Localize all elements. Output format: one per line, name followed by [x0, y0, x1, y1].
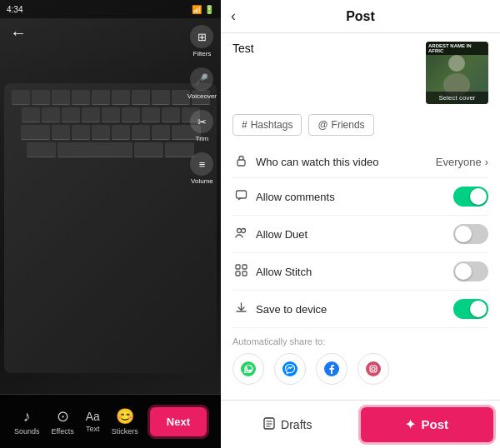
who-can-watch-value: Everyone › — [436, 156, 488, 168]
key — [52, 90, 70, 105]
lock-icon — [232, 154, 249, 169]
key — [112, 90, 130, 105]
hashtag-icon: # — [242, 119, 248, 131]
bottom-toolbar: ♪ Sounds ⊙ Effects Aa Text 😊 Stickers Ne… — [0, 394, 221, 448]
key — [112, 125, 130, 140]
post-sparkle-icon: ✦ — [405, 417, 416, 432]
stickers-label: Stickers — [112, 427, 138, 436]
stickers-button[interactable]: 😊 Stickers — [112, 407, 138, 436]
who-can-watch-row[interactable]: Who can watch this video Everyone › — [232, 146, 488, 178]
trim-label: Trim — [196, 135, 209, 142]
allow-duet-label: Allow Duet — [256, 228, 308, 241]
chevron-icon: › — [485, 156, 488, 168]
filters-tool[interactable]: ⊞ Filters — [190, 25, 213, 57]
svg-rect-6 — [236, 265, 240, 269]
save-to-device-label: Save to device — [256, 303, 327, 316]
key — [72, 90, 90, 105]
key — [82, 107, 100, 122]
left-panel: 4:34 📶 🔋 ← — [0, 0, 221, 448]
allow-duet-row: Allow Duet — [232, 216, 488, 253]
filters-icon: ⊞ — [190, 25, 213, 48]
allow-stitch-left: Allow Stitch — [232, 264, 312, 279]
header-back-button[interactable]: ‹ — [231, 7, 236, 25]
next-button[interactable]: Next — [150, 407, 207, 436]
thumbnail-container[interactable]: ARDEST NAME IN AFRIC Select cover — [426, 42, 488, 104]
video-content — [4, 83, 217, 373]
voiceover-tool[interactable]: 🎤 Voiceover — [188, 67, 217, 100]
whatsapp-share-button[interactable] — [232, 353, 264, 385]
key — [134, 142, 163, 157]
allow-duet-toggle[interactable] — [453, 224, 488, 244]
instagram-share-button[interactable] — [358, 353, 389, 385]
at-icon: @ — [318, 119, 328, 131]
save-icon — [232, 301, 249, 316]
back-arrow-icon[interactable]: ← — [10, 23, 27, 42]
key — [12, 90, 30, 105]
stitch-icon — [232, 264, 249, 279]
key — [132, 125, 150, 140]
allow-stitch-row: Allow Stitch — [232, 253, 488, 291]
effects-button[interactable]: ⊙ Effects — [51, 407, 73, 436]
stickers-icon: 😊 — [116, 407, 134, 426]
save-to-device-left: Save to device — [232, 301, 327, 316]
post-button[interactable]: ✦ Post — [361, 407, 494, 442]
hashtags-button[interactable]: # Hashtags — [232, 114, 302, 136]
save-to-device-toggle[interactable] — [453, 299, 488, 319]
text-button[interactable]: Aa Text — [86, 410, 100, 433]
toggle-thumb — [470, 188, 487, 205]
video-title[interactable]: Test — [232, 42, 426, 55]
share-label: Automatically share to: — [232, 336, 488, 346]
svg-point-4 — [237, 229, 241, 233]
drafts-button[interactable]: Drafts — [221, 401, 354, 448]
text-icon: Aa — [86, 410, 100, 423]
volume-icon: ≡ — [190, 152, 213, 176]
trim-icon: ✂ — [190, 110, 213, 133]
friends-button[interactable]: @ Friends — [308, 114, 373, 136]
select-cover-button[interactable]: Select cover — [426, 92, 488, 104]
svg-point-10 — [241, 361, 256, 376]
key — [21, 125, 50, 140]
allow-comments-label: Allow comments — [256, 191, 335, 203]
tags-row: # Hashtags @ Friends — [232, 114, 488, 136]
post-btn-container: ✦ Post — [354, 401, 501, 449]
key — [52, 125, 70, 140]
key — [142, 107, 160, 122]
key — [102, 107, 120, 122]
trim-tool[interactable]: ✂ Trim — [190, 110, 213, 142]
volume-tool[interactable]: ≡ Volume — [190, 152, 213, 185]
svg-point-5 — [241, 229, 245, 233]
time-display: 4:34 — [7, 5, 22, 14]
svg-point-13 — [366, 361, 381, 376]
share-icons-row — [232, 353, 488, 385]
status-icons: 📶 🔋 — [192, 5, 214, 14]
messenger-share-button[interactable] — [274, 353, 306, 385]
toggle-thumb — [470, 301, 487, 317]
allow-comments-left: Allow comments — [232, 189, 335, 204]
key — [22, 107, 40, 122]
voiceover-icon: 🎤 — [190, 67, 213, 91]
toggle-thumb — [455, 263, 472, 280]
duet-icon — [232, 226, 249, 241]
sounds-icon: ♪ — [23, 408, 31, 426]
key — [62, 107, 80, 122]
share-section: Automatically share to: — [232, 328, 488, 391]
title-thumbnail-row: Test ARDEST NAME IN AFRIC Select cover — [232, 42, 488, 104]
key — [32, 90, 50, 105]
post-label: Post — [421, 417, 448, 431]
status-bar: 4:34 📶 🔋 — [0, 0, 221, 18]
sounds-button[interactable]: ♪ Sounds — [14, 408, 40, 436]
volume-label: Volume — [191, 177, 213, 185]
key — [162, 107, 180, 122]
key — [92, 125, 110, 140]
facebook-share-button[interactable] — [316, 353, 348, 385]
header-title: Post — [346, 9, 375, 24]
key — [27, 142, 56, 157]
effects-label: Effects — [51, 427, 73, 436]
allow-stitch-toggle[interactable] — [453, 261, 488, 281]
svg-rect-8 — [236, 271, 240, 276]
allow-comments-toggle[interactable] — [453, 187, 488, 207]
save-to-device-row: Save to device — [232, 291, 488, 328]
key — [42, 107, 60, 122]
filters-label: Filters — [193, 50, 212, 57]
key — [92, 90, 110, 105]
